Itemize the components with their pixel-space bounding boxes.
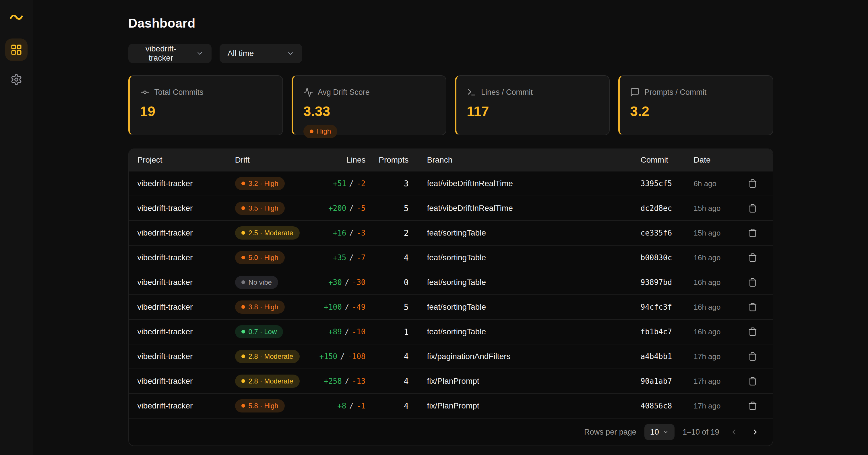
prompts-cell: 0 (366, 278, 409, 287)
delete-button[interactable] (746, 227, 759, 239)
trash-icon (748, 327, 757, 336)
badge-dot-icon (310, 130, 313, 133)
stat-value: 19 (140, 105, 272, 118)
badge-dot-icon (241, 231, 245, 235)
date-cell: 16h ago (694, 253, 741, 262)
filter-bar: vibedrift-tracker All time (128, 44, 773, 63)
lines-cell: +16/-3 (336, 229, 366, 237)
table-row: vibedrift-tracker No vibe +30/-30 0 feat… (129, 270, 773, 294)
prompts-cell: 4 (366, 377, 409, 386)
delete-button[interactable] (746, 251, 759, 264)
chevron-right-icon (751, 428, 760, 436)
branch-cell: feat/vibeDriftInRealTime (409, 204, 641, 213)
lines-separator: / (345, 328, 349, 336)
lines-separator: / (340, 352, 345, 361)
stat-card-prompts-per-commit: Prompts / Commit 3.2 (618, 75, 773, 135)
sidebar-item-settings[interactable] (5, 68, 28, 91)
badge-dot-icon (241, 305, 245, 309)
drift-badge: 3.8 · High (235, 301, 285, 314)
lines-removed: -10 (352, 328, 366, 336)
prompts-cell: 4 (366, 253, 409, 262)
branch-cell: feat/sortingTable (409, 278, 641, 287)
stat-label: Prompts / Commit (644, 88, 706, 97)
trash-icon (748, 228, 757, 237)
delete-button[interactable] (746, 276, 759, 289)
project-cell: vibedrift-tracker (137, 401, 235, 410)
delete-button[interactable] (746, 301, 759, 313)
column-header-lines: Lines (336, 155, 366, 165)
lines-separator: / (349, 402, 354, 410)
lines-cell: +30/-30 (336, 278, 366, 287)
terminal-icon (467, 87, 476, 97)
stat-card-avg-drift: Avg Drift Score 3.33 High (291, 75, 446, 135)
lines-cell: +150/-108 (336, 352, 366, 361)
delete-button[interactable] (746, 325, 759, 338)
date-cell: 15h ago (694, 229, 741, 237)
drift-badge-label: 2.8 · Moderate (249, 352, 293, 361)
trash-icon (748, 303, 757, 312)
badge-dot-icon (241, 181, 245, 185)
commit-cell: 90a1ab7 (641, 377, 694, 386)
lines-removed: -49 (352, 303, 366, 311)
table-row: vibedrift-tracker 0.7 · Low +89/-10 1 fe… (129, 319, 773, 344)
lines-separator: / (345, 377, 349, 386)
column-header-date: Date (694, 155, 741, 165)
status-badge: High (303, 125, 337, 138)
prompts-cell: 4 (366, 352, 409, 361)
sidebar-item-dashboard[interactable] (5, 38, 28, 61)
drift-badge: 3.2 · High (235, 177, 285, 191)
project-select[interactable]: vibedrift-tracker (128, 44, 212, 63)
lines-added: +51 (333, 179, 346, 188)
lines-separator: / (345, 303, 349, 311)
lines-separator: / (349, 179, 354, 188)
lines-removed: -1 (356, 402, 365, 410)
drift-badge: 5.8 · High (235, 399, 285, 413)
time-range-select[interactable]: All time (220, 44, 302, 63)
delete-button[interactable] (746, 202, 759, 215)
prompts-cell: 5 (366, 303, 409, 312)
drift-badge-label: 5.8 · High (249, 402, 278, 410)
drift-badge: 3.5 · High (235, 202, 285, 215)
drift-badge-label: 0.7 · Low (249, 328, 277, 336)
sidebar (0, 0, 33, 455)
trash-icon (748, 352, 757, 361)
date-cell: 6h ago (694, 179, 741, 188)
delete-button[interactable] (746, 400, 759, 412)
chevron-down-icon (662, 429, 669, 435)
activity-icon (303, 87, 313, 97)
project-cell: vibedrift-tracker (137, 228, 235, 237)
drift-badge-label: 5.0 · High (249, 254, 278, 262)
git-commit-icon (140, 87, 150, 97)
lines-added: +35 (333, 253, 346, 262)
delete-button[interactable] (746, 177, 759, 190)
lines-removed: -13 (352, 377, 366, 386)
trash-icon (748, 278, 757, 287)
lines-cell: +258/-13 (336, 377, 366, 386)
stat-cards: Total Commits 19 Avg Drift Score 3.33 Hi… (128, 75, 773, 135)
app-logo[interactable] (9, 10, 24, 25)
previous-page-button[interactable] (727, 425, 741, 438)
lines-added: +150 (319, 352, 338, 361)
chevron-left-icon (730, 428, 738, 436)
project-cell: vibedrift-tracker (137, 253, 235, 262)
prompts-cell: 2 (366, 228, 409, 238)
main-content: Dashboard vibedrift-tracker All time (33, 0, 868, 455)
lines-added: +100 (324, 303, 342, 311)
lines-removed: -2 (356, 179, 365, 188)
drift-badge: 0.7 · Low (235, 325, 283, 339)
lines-added: +16 (333, 229, 346, 237)
prompts-cell: 5 (366, 204, 409, 213)
lines-cell: +8/-1 (336, 402, 366, 410)
project-cell: vibedrift-tracker (137, 377, 235, 386)
badge-dot-icon (241, 256, 245, 259)
app: Dashboard vibedrift-tracker All time (0, 0, 868, 455)
lines-added: +200 (329, 204, 346, 212)
next-page-button[interactable] (749, 425, 762, 438)
delete-button[interactable] (746, 350, 759, 363)
delete-button[interactable] (746, 375, 759, 388)
date-cell: 16h ago (694, 278, 741, 287)
page-size-select[interactable]: 10 (644, 424, 675, 440)
column-header-prompts: Prompts (366, 155, 409, 165)
grid-icon (10, 44, 22, 56)
stat-value: 3.33 (303, 105, 435, 118)
